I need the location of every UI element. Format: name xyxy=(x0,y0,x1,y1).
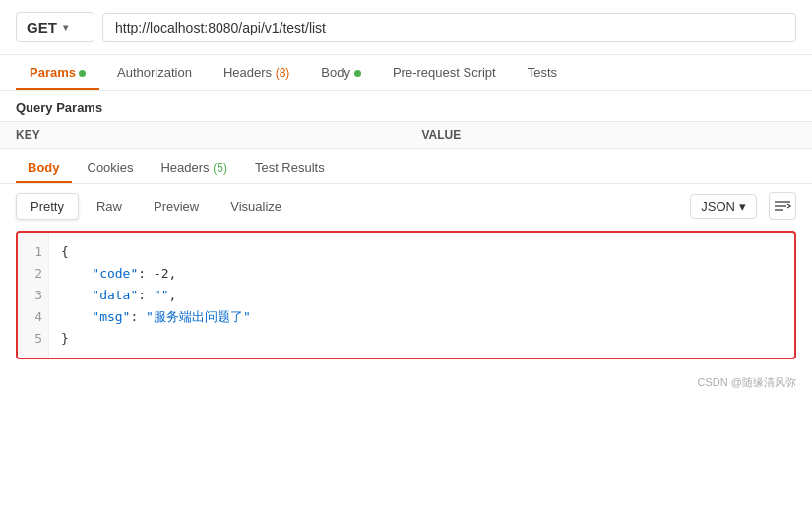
view-btn-preview[interactable]: Preview xyxy=(140,194,213,219)
view-btn-pretty[interactable]: Pretty xyxy=(16,193,79,220)
code-line-4: "msg": "服务端出问题了" xyxy=(61,306,782,328)
query-params-label: Query Params xyxy=(16,100,102,115)
res-tab-headers-label: Headers xyxy=(160,161,209,175)
wrap-icon[interactable] xyxy=(769,192,796,220)
tab-tests[interactable]: Tests xyxy=(514,55,571,90)
format-chevron-icon: ▾ xyxy=(739,199,746,214)
format-label: JSON xyxy=(701,199,735,214)
res-tab-test-results[interactable]: Test Results xyxy=(243,153,337,183)
value-column-header: VALUE xyxy=(406,122,813,149)
tab-headers[interactable]: Headers (8) xyxy=(210,55,303,90)
code-content: { "code": -2, "data": "", "msg": "服务端出问题… xyxy=(49,233,794,358)
res-tab-body[interactable]: Body xyxy=(16,153,72,183)
url-bar: GET ▾ xyxy=(0,0,812,55)
tab-authorization-label: Authorization xyxy=(117,65,192,80)
key-column-header: KEY xyxy=(0,122,406,149)
tab-headers-label: Headers xyxy=(223,65,272,80)
tab-prerequest[interactable]: Pre-request Script xyxy=(379,55,510,90)
watermark: CSDN @随缘清风弥 xyxy=(0,371,812,398)
tab-tests-label: Tests xyxy=(528,65,557,80)
tab-body[interactable]: Body xyxy=(307,55,375,90)
query-params-section: Query Params xyxy=(0,91,812,121)
method-label: GET xyxy=(27,19,57,35)
code-line-3: "data": "", xyxy=(61,285,782,306)
body-dot xyxy=(354,70,361,77)
watermark-text: CSDN @随缘清风弥 xyxy=(698,376,796,388)
tab-params-label: Params xyxy=(30,65,76,80)
tab-body-label: Body xyxy=(321,65,350,80)
params-table: KEY VALUE xyxy=(0,121,812,149)
code-area: 1 2 3 4 5 { "code": -2, "data": "", "msg… xyxy=(16,231,796,359)
tab-authorization[interactable]: Authorization xyxy=(103,55,206,90)
format-selector[interactable]: JSON ▾ xyxy=(690,194,757,219)
url-input[interactable] xyxy=(102,13,796,42)
params-dot xyxy=(79,70,86,77)
res-tab-headers[interactable]: Headers (5) xyxy=(149,153,238,183)
line-numbers: 1 2 3 4 5 xyxy=(18,233,49,358)
chevron-down-icon: ▾ xyxy=(63,22,68,33)
res-tab-test-results-label: Test Results xyxy=(255,161,325,175)
method-selector[interactable]: GET ▾ xyxy=(16,12,94,42)
response-tabs: Body Cookies Headers (5) Test Results xyxy=(0,153,812,184)
res-headers-badge: (5) xyxy=(213,162,227,175)
tab-params[interactable]: Params xyxy=(16,55,99,90)
view-btn-raw[interactable]: Raw xyxy=(83,194,136,219)
tab-prerequest-label: Pre-request Script xyxy=(393,65,496,80)
code-line-1: { xyxy=(61,241,782,263)
code-line-2: "code": -2, xyxy=(61,263,782,285)
view-btn-visualize[interactable]: Visualize xyxy=(217,194,295,219)
response-section: Body Cookies Headers (5) Test Results Pr… xyxy=(0,153,812,398)
res-tab-body-label: Body xyxy=(28,161,60,175)
res-tab-cookies[interactable]: Cookies xyxy=(76,153,146,183)
headers-badge: (8) xyxy=(276,66,290,80)
body-view-bar: Pretty Raw Preview Visualize JSON ▾ xyxy=(0,184,812,228)
res-tab-cookies-label: Cookies xyxy=(88,161,134,175)
code-line-5: } xyxy=(61,328,782,350)
request-tabs: Params Authorization Headers (8) Body Pr… xyxy=(0,55,812,91)
